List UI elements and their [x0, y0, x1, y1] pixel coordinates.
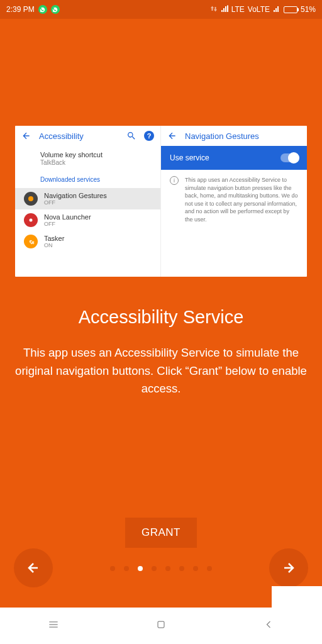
svg-rect-2	[158, 621, 164, 628]
dot[interactable]	[193, 566, 198, 571]
tutorial-screenshot: Accessibility ? Volume key shortcut Talk…	[15, 126, 307, 277]
help-icon: ?	[144, 131, 154, 141]
downloaded-services-label: Downloaded services	[15, 171, 160, 188]
dot[interactable]	[124, 566, 129, 571]
search-icon	[126, 131, 136, 141]
battery-percent: 51%	[301, 5, 316, 14]
back-arrow-icon	[21, 131, 31, 141]
use-service-row: Use service	[161, 146, 307, 170]
battery-icon	[284, 6, 297, 13]
data-icon	[210, 5, 218, 14]
app-row-tasker: TaskerON	[15, 231, 160, 252]
app-row-nav-gestures: Navigation GesturesOFF	[15, 188, 160, 209]
grant-button[interactable]: GRANT	[125, 518, 197, 548]
signal-icon	[221, 5, 228, 14]
accessibility-header: Accessibility ?	[15, 126, 160, 146]
toggle-icon	[280, 153, 298, 162]
home-button[interactable]	[155, 618, 167, 633]
page-title: Accessibility Service	[0, 307, 322, 328]
whatsapp-icon	[51, 5, 60, 14]
nav-gestures-icon	[24, 192, 38, 206]
page-description: This app uses an Accessibility Service t…	[11, 344, 311, 398]
info-icon: i	[170, 176, 179, 185]
recents-button[interactable]	[47, 618, 60, 633]
dot[interactable]	[152, 566, 157, 571]
prev-button[interactable]	[14, 548, 53, 587]
whatsapp-icon	[38, 5, 47, 14]
nova-icon	[24, 213, 38, 227]
bottom-white-block	[272, 586, 322, 608]
dot[interactable]	[179, 566, 184, 571]
arrow-left-icon	[26, 560, 41, 575]
page-indicator	[110, 566, 212, 571]
next-button[interactable]	[269, 548, 308, 587]
system-nav-bar	[0, 608, 322, 644]
dot[interactable]	[207, 566, 212, 571]
app-row-nova: Nova LauncherOFF	[15, 209, 160, 231]
signal-icon	[273, 5, 280, 14]
service-description: i This app uses an Accessibility Service…	[161, 170, 307, 230]
nav-gestures-header: Navigation Gestures	[161, 126, 307, 146]
svg-point-1	[30, 219, 33, 222]
svg-point-0	[28, 196, 33, 201]
accessibility-title: Accessibility	[39, 131, 84, 141]
back-arrow-icon	[167, 131, 177, 141]
status-time: 2:39 PM	[6, 5, 35, 14]
status-bar: 2:39 PM LTE VoLTE 51%	[0, 0, 322, 19]
back-button[interactable]	[262, 618, 275, 633]
arrow-right-icon	[281, 560, 296, 575]
nav-gestures-title: Navigation Gestures	[185, 131, 259, 141]
network-volte: VoLTE	[248, 5, 270, 14]
tasker-icon	[24, 235, 38, 248]
dot-active[interactable]	[138, 566, 143, 571]
network-lte: LTE	[231, 5, 245, 14]
volume-shortcut-item: Volume key shortcut TalkBack	[15, 146, 160, 171]
dot[interactable]	[110, 566, 115, 571]
dot[interactable]	[165, 566, 170, 571]
